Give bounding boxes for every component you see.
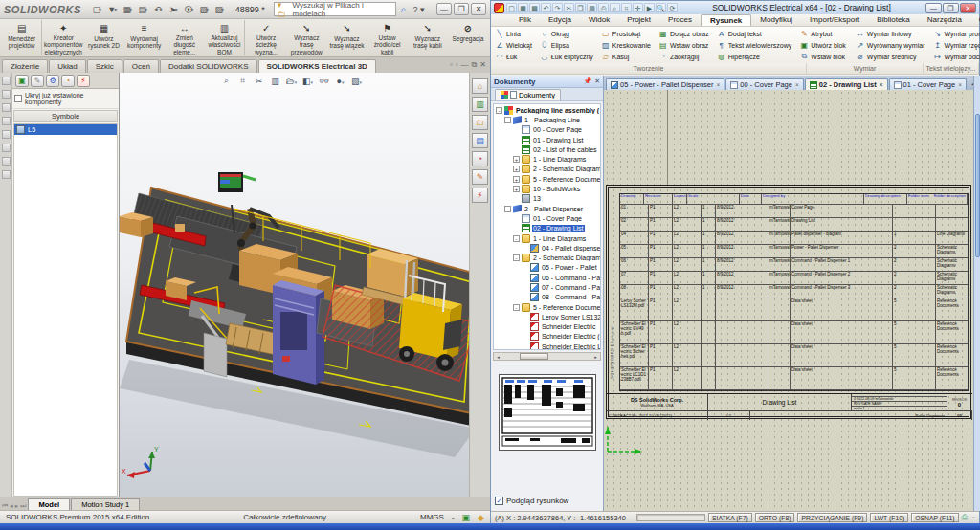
document-tab[interactable]: 05 - Power - Pallet Dispenser × [606,78,724,90]
add-text[interactable]: A Dodaj tekst [715,30,794,38]
electrical-manager-icon[interactable]: ⚡ [472,188,488,203]
appearances-icon[interactable]: ◔ [472,151,488,166]
cable-src[interactable]: ⚑ Ustaw źródło/cel kabli [368,20,408,55]
tree-item[interactable]: 00 - Cover Page [494,125,600,135]
windows-taskbar[interactable] [0,523,980,530]
dim-ordinate[interactable]: ↥ Wymiar rzędnej [930,41,980,50]
drawing-canvas[interactable]: SOLIDWORKS Electrical DrawingRevisionLay… [604,90,973,511]
tree-item[interactable]: + 5 - Reference Documents [494,174,600,184]
align[interactable]: ≡ Wyrównaj komponenty [124,20,165,55]
file-explorer-icon[interactable]: 🗀 [472,115,488,130]
pan-icon[interactable]: ✛ [633,3,643,12]
line[interactable]: ╲ Linia [493,30,534,38]
print-icon[interactable]: ⎙ [598,3,609,12]
plot-status-icon[interactable]: ⎙ [962,513,968,522]
bom[interactable]: ▥ Aktualizuj właściwości BOM [205,20,245,55]
menu-item[interactable]: Proces [659,14,701,26]
strip-icon[interactable] [2,117,11,125]
cut-icon[interactable]: ✂ [564,3,574,12]
circle[interactable]: ○ Okrąg [538,30,595,38]
document-tab[interactable]: 00 - Cover Page × [725,78,803,90]
save-button[interactable]: ▦▾ [121,3,135,16]
tree-item[interactable]: 04 - Pallet dispenser [494,243,600,253]
search-icon[interactable]: ⌕ [401,4,407,15]
save-icon[interactable]: ▦ [518,3,528,12]
route-cables[interactable]: ➘ Wyznacz trasę kabli [408,20,448,55]
home-icon[interactable]: ⌂ [472,78,488,94]
copy-icon[interactable]: ❐ [575,3,586,12]
menu-item[interactable]: Edycja [540,14,580,26]
strip-icon[interactable] [2,130,11,139]
electrical-manager-tab-icon[interactable]: ⚡ [77,75,90,87]
redo-icon[interactable]: ↷ [552,3,563,12]
menu-item[interactable]: Okno [970,14,980,26]
dim-diameter[interactable]: ⌀ Wymiar średnicy [854,53,927,61]
tree-item[interactable]: Leroy Somer LS132 [494,312,600,321]
undo-icon[interactable]: ↶ [541,3,551,12]
tree-item[interactable]: - 1 - Packaging Line [494,115,600,124]
commandmanager-tab[interactable]: Układ [49,59,85,73]
menu-item[interactable]: Narzędzia [919,14,970,26]
menu-item[interactable]: Plik [510,14,540,26]
dim-radius[interactable]: ↘ Wymiar promienia [930,30,980,38]
tree-item[interactable]: - 2 - Schematic Diagrams [494,253,600,262]
commandmanager-tab[interactable]: Oceń [123,59,159,73]
draw2d[interactable]: ▦ Utwórz rysunek 2D [83,20,123,55]
tree-item[interactable]: 07 - Command - Pa [494,282,600,292]
search-binoculars-icon[interactable]: 🔍 [656,3,666,12]
attribute[interactable]: ✎ Atrybut [797,30,848,38]
tree-item[interactable]: Schneider Electric L [494,342,600,350]
document-tab[interactable]: 02 - Drawing List × [805,78,888,90]
rectangle[interactable]: ▭ Prostokąt [599,30,653,38]
properties-tab-icon[interactable]: ✎ [31,75,44,87]
manager[interactable]: ▤ Menedżer projektów [2,20,42,55]
tree-item[interactable]: - 2 - Pallet Dispenser [494,204,600,213]
menu-item[interactable]: Widok [580,14,618,26]
tree-horizontal-scrollbar[interactable]: ◂▸ [493,352,601,361]
multiline-text[interactable]: ¶ Tekst wielowierszowy [715,41,794,50]
tag-icon[interactable]: ◆ [478,513,484,522]
features-tab-icon[interactable]: ▣ [15,75,29,87]
tab-scroll-arrows[interactable]: ⏮ ◂ ▸ ⏭ [0,502,28,510]
zoom-fit-icon[interactable]: ⌗ [621,3,632,12]
hide-inserted-checkbox[interactable]: Ukryj już wstawione komponenty [12,89,119,109]
minimize-button[interactable]: — [436,3,452,15]
save-all-icon[interactable]: ▩ [529,3,540,12]
commandmanager-tab[interactable]: Dodatki SOLIDWORKS [160,59,257,73]
file-properties-button[interactable]: ▧▾ [197,3,212,16]
design-library-icon[interactable]: ▥ [472,97,488,112]
decals-icon[interactable]: ✎ [472,169,488,185]
dim-linear[interactable]: ↔ Wymiar liniowy [854,30,927,38]
strip-icon[interactable] [2,157,11,166]
tree-item[interactable]: 01 - Cover Page [494,213,600,223]
search-input[interactable]: ▾🗀 Wyszukaj w Plikach i modelach [274,2,396,16]
status-toggle-button[interactable]: SIATKA (F7) [708,513,752,522]
canvas-vertical-scrollbar[interactable] [973,76,980,511]
restore-button[interactable]: ❐ [454,3,469,15]
commandmanager-tab[interactable]: Szkic [87,59,122,73]
ellipse[interactable]: ⬯ Elipsa [538,40,595,50]
erase[interactable]: ▱ Kasuj [599,53,653,61]
tree-item[interactable]: - 5 - Reference Documents [494,302,600,312]
dim-aligned[interactable]: ↗ Wyrównany wymiar [854,41,927,50]
menu-item[interactable]: Projekt [618,14,659,26]
print-button[interactable]: ▤▾ [136,3,150,16]
tree-item[interactable]: + 1 - Line Diagrams [494,154,600,164]
menu-item[interactable]: Modyfikuj [751,14,801,26]
refresh-icon[interactable]: ⟳ [667,3,678,12]
close-tab-icon[interactable]: × [795,81,799,88]
status-toggle-button[interactable]: LWT (F10) [870,513,908,522]
status-toggle-button[interactable]: PRZYCIĄGANIE (F9) [797,513,867,522]
tree-item[interactable]: 06 - Command - Pa [494,273,600,282]
strip-icon[interactable] [2,77,11,85]
dimxpert-tab-icon[interactable]: ◔ [61,75,75,87]
tree-item[interactable]: 02 - Drawing List [494,224,600,233]
close-tab-icon[interactable]: × [880,81,883,88]
new-file-button[interactable]: ▢▾ [90,3,104,16]
polyline[interactable]: ∠ Wielokąt [493,41,534,50]
attach-image[interactable]: ▦ Dołącz obraz [657,30,711,38]
document-tab[interactable]: 01 - Cover Page × [889,78,967,90]
new-icon[interactable]: ▢ [506,3,517,12]
units-label[interactable]: MMGS [420,513,444,521]
tree-item[interactable]: 02 - List of the cables [494,144,600,154]
